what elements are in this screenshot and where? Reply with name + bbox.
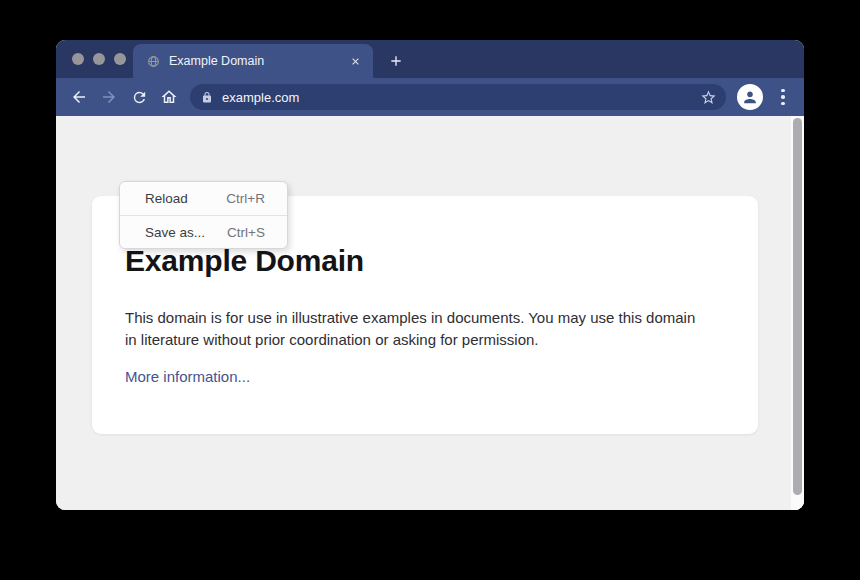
browser-menu-button[interactable] [772, 84, 794, 110]
person-avatar-icon [740, 87, 760, 107]
scrollbar-thumb[interactable] [793, 118, 802, 495]
menu-item-shortcut: Ctrl+R [226, 191, 265, 206]
more-information-link[interactable]: More information... [125, 368, 250, 385]
menu-item-label: Reload [145, 191, 226, 206]
scrollbar-track[interactable] [791, 116, 804, 510]
menu-item-label: Save as... [145, 225, 227, 240]
context-menu: Reload Ctrl+R Save as... Ctrl+S [119, 181, 288, 249]
forward-icon [100, 88, 118, 106]
home-icon [160, 88, 178, 106]
favicon-globe-icon [147, 55, 160, 68]
profile-button[interactable] [737, 84, 763, 110]
forward-button[interactable] [94, 82, 124, 112]
lock-icon[interactable] [201, 91, 213, 104]
tab-example-domain[interactable]: Example Domain [133, 44, 373, 78]
new-tab-button[interactable] [382, 47, 410, 75]
menu-dot [781, 89, 785, 93]
window-minimize-button[interactable] [93, 53, 105, 65]
menu-dot [781, 102, 785, 106]
home-button[interactable] [154, 82, 184, 112]
page-viewport: Example Domain This domain is for use in… [56, 116, 804, 510]
reload-button[interactable] [124, 82, 154, 112]
browser-window: Example Domain [56, 40, 804, 510]
menu-item-shortcut: Ctrl+S [227, 225, 265, 240]
page-paragraph: This domain is for use in illustrative e… [125, 307, 711, 351]
titlebar: Example Domain [56, 40, 804, 78]
tab-close-icon[interactable] [345, 51, 365, 71]
back-icon [70, 88, 88, 106]
tab-title: Example Domain [169, 54, 345, 68]
window-zoom-button[interactable] [114, 53, 126, 65]
menu-dot [781, 95, 785, 99]
bookmark-star-icon[interactable] [700, 89, 717, 106]
address-bar[interactable]: example.com [190, 84, 726, 110]
navigation-toolbar: example.com [56, 78, 804, 116]
window-close-button[interactable] [72, 53, 84, 65]
context-menu-item-save-as[interactable]: Save as... Ctrl+S [120, 215, 287, 248]
reload-icon [131, 89, 148, 106]
context-menu-item-reload[interactable]: Reload Ctrl+R [120, 182, 287, 215]
window-controls [72, 53, 126, 65]
back-button[interactable] [64, 82, 94, 112]
url-text: example.com [222, 90, 700, 105]
